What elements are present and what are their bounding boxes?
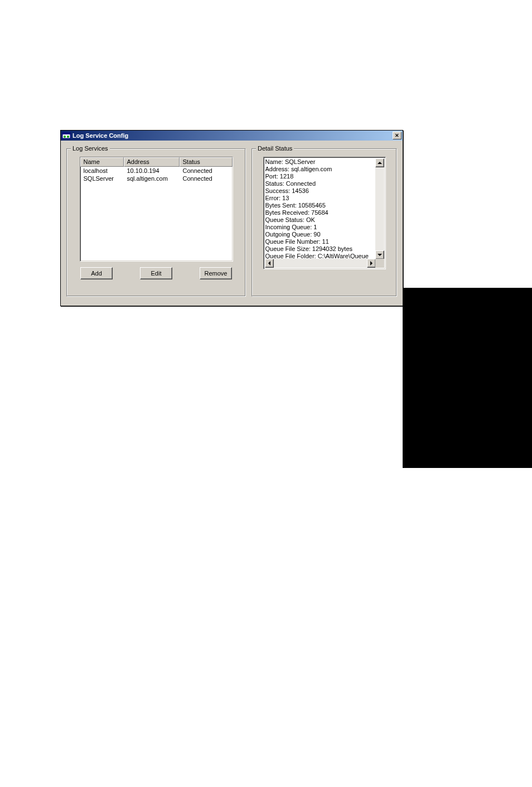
remove-button[interactable]: Remove bbox=[200, 267, 232, 279]
column-header-address[interactable]: Address bbox=[124, 157, 180, 167]
svg-rect-1 bbox=[62, 133, 70, 134]
vertical-scrollbar[interactable] bbox=[375, 158, 384, 259]
detail-line: Outgoing Queue: 90 bbox=[265, 231, 376, 238]
add-button[interactable]: Add bbox=[80, 267, 113, 279]
detail-line: Name: SQLServer bbox=[265, 158, 376, 166]
detail-line: Bytes Sent: 10585465 bbox=[265, 202, 376, 209]
detail-status-groupbox: Detail Status Name: SQLServer Address: s… bbox=[252, 148, 397, 297]
detail-status-textarea[interactable]: Name: SQLServer Address: sql.altigen.com… bbox=[263, 157, 386, 269]
close-button[interactable]: ✕ bbox=[393, 132, 402, 139]
detail-line: Queue File Size: 1294032 bytes bbox=[265, 245, 376, 253]
dialog-body: Log Services Name Address Status localho… bbox=[61, 141, 403, 306]
svg-point-3 bbox=[67, 136, 69, 138]
detail-status-label: Detail Status bbox=[256, 145, 294, 152]
log-service-config-dialog: Log Service Config ✕ Log Services Name A… bbox=[60, 130, 403, 306]
cell-address: sql.altigen.com bbox=[124, 175, 180, 183]
scroll-corner bbox=[375, 259, 384, 268]
cell-address: 10.10.0.194 bbox=[124, 167, 180, 175]
arrow-left-icon bbox=[268, 261, 270, 265]
close-icon: ✕ bbox=[395, 133, 399, 138]
detail-line: Incoming Queue: 1 bbox=[265, 224, 376, 231]
horizontal-scrollbar[interactable] bbox=[265, 259, 376, 268]
scroll-track[interactable] bbox=[375, 167, 384, 250]
detail-line: Bytes Received: 75684 bbox=[265, 209, 376, 216]
edit-button[interactable]: Edit bbox=[140, 267, 172, 279]
button-row: Add Edit Remove bbox=[72, 267, 240, 279]
cell-name: SQLServer bbox=[80, 175, 124, 183]
listview-body: localhost 10.10.0.194 Connected SQLServe… bbox=[80, 167, 233, 183]
table-row[interactable]: localhost 10.10.0.194 Connected bbox=[80, 167, 233, 175]
arrow-up-icon bbox=[378, 162, 382, 164]
column-header-status[interactable]: Status bbox=[180, 157, 233, 167]
listview-header: Name Address Status bbox=[80, 157, 233, 167]
arrow-right-icon bbox=[370, 261, 373, 265]
scroll-down-button[interactable] bbox=[375, 250, 384, 259]
scroll-track[interactable] bbox=[274, 259, 367, 268]
scroll-left-button[interactable] bbox=[265, 259, 274, 268]
titlebar[interactable]: Log Service Config ✕ bbox=[61, 131, 403, 141]
svg-point-2 bbox=[64, 136, 66, 138]
detail-line: Queue File Number: 11 bbox=[265, 238, 376, 245]
app-icon bbox=[62, 131, 71, 140]
log-services-groupbox: Log Services Name Address Status localho… bbox=[66, 148, 246, 297]
detail-line: Port: 1218 bbox=[265, 173, 376, 180]
cell-name: localhost bbox=[80, 167, 124, 175]
obscured-region bbox=[403, 288, 532, 468]
column-header-name[interactable]: Name bbox=[80, 157, 124, 167]
detail-line: Address: sql.altigen.com bbox=[265, 166, 376, 173]
window-title: Log Service Config bbox=[72, 132, 393, 139]
arrow-down-icon bbox=[378, 254, 382, 256]
log-services-listview[interactable]: Name Address Status localhost 10.10.0.19… bbox=[80, 157, 233, 262]
detail-line: Success: 14536 bbox=[265, 187, 376, 195]
detail-line: Error: 13 bbox=[265, 195, 376, 202]
scroll-right-button[interactable] bbox=[367, 259, 376, 268]
log-services-label: Log Services bbox=[71, 145, 110, 152]
detail-content: Name: SQLServer Address: sql.altigen.com… bbox=[265, 158, 376, 259]
detail-line: Queue Status: OK bbox=[265, 216, 376, 224]
detail-line: Status: Connected bbox=[265, 180, 376, 187]
scroll-up-button[interactable] bbox=[375, 158, 384, 167]
cell-status: Connected bbox=[180, 167, 233, 175]
cell-status: Connected bbox=[180, 175, 233, 183]
table-row[interactable]: SQLServer sql.altigen.com Connected bbox=[80, 175, 233, 183]
